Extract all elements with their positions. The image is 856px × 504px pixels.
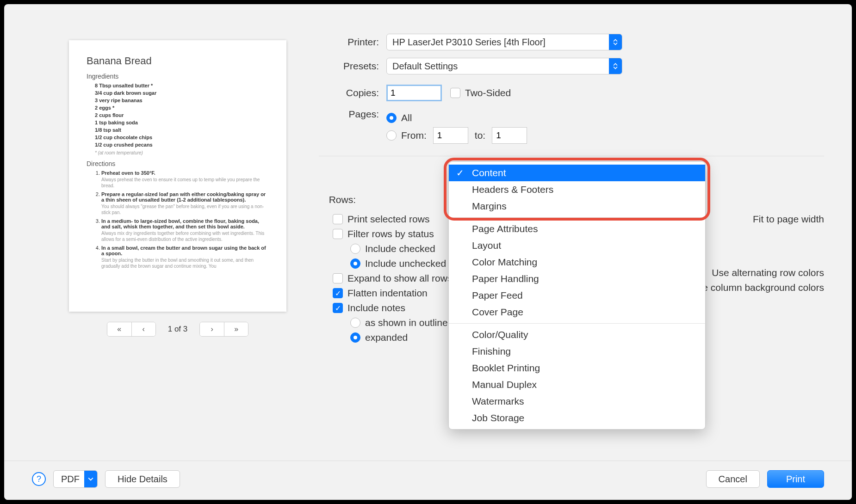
include-unchecked-radio[interactable]	[350, 258, 360, 269]
directions-header: Directions	[87, 160, 269, 167]
printer-label: Printer:	[319, 37, 379, 48]
menu-item-layout[interactable]: Layout	[449, 237, 705, 254]
menu-item-color-quality[interactable]: Color/Quality	[449, 326, 705, 343]
pages-to-input[interactable]	[492, 127, 527, 144]
notes-expanded-radio[interactable]	[350, 332, 360, 343]
print-preview-area: Banana Bread Ingredients 8 Tbsp unsalted…	[69, 40, 286, 337]
doc-title: Banana Bread	[87, 55, 269, 67]
pages-label: Pages:	[319, 109, 379, 120]
pages-from-input[interactable]	[433, 127, 468, 144]
hide-details-button[interactable]: Hide Details	[105, 470, 180, 488]
preview-nav: « ‹ 1 of 3 › »	[69, 322, 286, 337]
page-indicator: 1 of 3	[168, 325, 188, 334]
presets-select[interactable]: Default Settings	[386, 58, 622, 74]
print-button[interactable]: Print	[767, 470, 824, 488]
include-notes-checkbox[interactable]: ✓	[333, 303, 343, 313]
print-selected-checkbox[interactable]	[333, 214, 343, 224]
flatten-checkbox[interactable]: ✓	[333, 288, 343, 298]
help-button[interactable]: ?	[32, 472, 46, 486]
prev-page-button[interactable]: ‹	[131, 322, 155, 336]
menu-item-booklet-printing[interactable]: Booklet Printing	[449, 360, 705, 376]
page-preview: Banana Bread Ingredients 8 Tbsp unsalted…	[69, 40, 286, 312]
copies-label: Copies:	[319, 87, 379, 98]
pages-all-radio[interactable]	[386, 113, 397, 123]
menu-item-paper-handling[interactable]: Paper Handling	[449, 270, 705, 287]
ingredients-header: Ingredients	[87, 73, 269, 80]
menu-separator	[449, 217, 705, 218]
first-page-button[interactable]: «	[107, 322, 131, 336]
pdf-dropdown[interactable]: PDF	[53, 470, 98, 488]
menu-item-manual-duplex[interactable]: Manual Duplex	[449, 376, 705, 393]
menu-item-content[interactable]: Content	[449, 165, 705, 181]
section-dropdown-menu[interactable]: Content Headers & Footers Margins Page A…	[448, 161, 706, 430]
filter-rows-checkbox[interactable]	[333, 229, 343, 239]
menu-item-headers-footers[interactable]: Headers & Footers	[449, 181, 705, 198]
next-page-button[interactable]: ›	[200, 322, 224, 336]
printer-select[interactable]: HP LaserJet P3010 Series [4th Floor]	[386, 34, 622, 50]
menu-item-watermarks[interactable]: Watermarks	[449, 393, 705, 410]
print-dialog: Banana Bread Ingredients 8 Tbsp unsalted…	[4, 4, 852, 500]
dialog-footer: ? PDF Hide Details Cancel Print	[4, 461, 852, 500]
rows-label: Rows:	[319, 194, 356, 205]
notes-as-shown-radio[interactable]	[350, 318, 360, 328]
cancel-button[interactable]: Cancel	[706, 470, 760, 488]
menu-item-margins[interactable]: Margins	[449, 198, 705, 215]
two-sided-label: Two-Sided	[465, 87, 511, 98]
chevron-down-icon	[84, 471, 97, 487]
presets-label: Presets:	[319, 61, 379, 72]
updown-icon	[609, 58, 622, 74]
updown-icon	[609, 34, 622, 50]
menu-item-page-attributes[interactable]: Page Attributes	[449, 221, 705, 237]
divider	[319, 156, 824, 156]
menu-item-color-matching[interactable]: Color Matching	[449, 254, 705, 270]
expand-checkbox[interactable]	[333, 273, 343, 283]
menu-item-job-storage[interactable]: Job Storage	[449, 410, 705, 426]
menu-separator	[449, 323, 705, 324]
menu-item-cover-page[interactable]: Cover Page	[449, 304, 705, 320]
two-sided-checkbox[interactable]	[450, 88, 460, 98]
copies-input[interactable]	[386, 85, 442, 101]
menu-item-finishing[interactable]: Finishing	[449, 343, 705, 360]
last-page-button[interactable]: »	[224, 322, 248, 336]
pages-range-radio[interactable]	[386, 130, 397, 141]
include-checked-radio[interactable]	[350, 244, 360, 254]
menu-item-paper-feed[interactable]: Paper Feed	[449, 287, 705, 304]
